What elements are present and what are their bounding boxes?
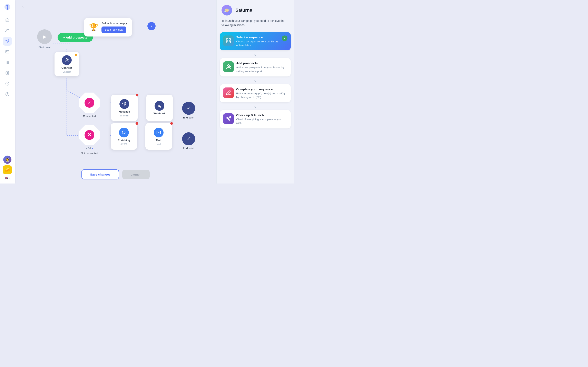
svg-point-1 (6, 29, 8, 31)
cheese-badge[interactable]: 🧀 (3, 165, 12, 174)
mission-card-complete-sequence[interactable]: Complete your sequence Edit your message… (220, 84, 291, 102)
mail-node[interactable]: Mail Mail (145, 123, 172, 150)
right-panel: 🪐 Saturne To launch your campaign you ne… (216, 0, 294, 184)
sidebar-item-mail[interactable] (3, 47, 12, 56)
mission-card-checkup-launch[interactable]: Check up & launch Check if everyhting is… (220, 110, 291, 128)
svg-rect-33 (226, 41, 228, 43)
svg-point-29 (122, 131, 125, 134)
mail-subtitle: Mail (156, 143, 161, 145)
user-avatar[interactable]: 👨‍🚀 (3, 156, 11, 164)
connected-node[interactable]: ✓ Connected (79, 92, 100, 118)
connect-title: Connect (61, 66, 72, 69)
not-connected-octagon: ✕ (79, 125, 100, 145)
save-changes-button[interactable]: Save changes (81, 169, 119, 179)
mission-icon-select-sequence (223, 35, 234, 46)
not-connected-x-icon: ✕ (85, 130, 94, 140)
action-on-reply-text: Set action on reply Set a reply goal (102, 22, 127, 33)
enriching-red-dot (136, 122, 138, 125)
end-circle-2[interactable]: ✓ (182, 132, 195, 145)
panel-description: To launch your campaign you need to achi… (217, 19, 294, 32)
sidebar-item-home[interactable] (3, 16, 12, 25)
connected-check-icon: ✓ (85, 98, 94, 108)
start-circle[interactable]: ▶ (37, 29, 52, 44)
message-red-dot (136, 94, 138, 96)
mission-check-select-sequence: ✓ (282, 35, 287, 41)
svg-point-26 (66, 58, 67, 60)
enriching-title: Enriching (118, 139, 130, 142)
svg-point-9 (6, 82, 9, 85)
message-node[interactable]: Message Linkedin (111, 95, 138, 121)
message-title: Message (119, 110, 130, 113)
message-subtitle: Linkedin (120, 114, 129, 117)
topbar: ‹ (15, 0, 216, 13)
svg-point-8 (7, 73, 8, 74)
sidebar-item-help[interactable] (3, 90, 12, 99)
timer-value: 3d (88, 147, 91, 150)
end-point-1: ✓ End point (182, 102, 195, 119)
mission-desc-select-sequence: Choose a sequence from our library of te… (236, 40, 279, 47)
panel-avatar: 🪐 (222, 5, 232, 16)
back-button[interactable]: ‹ (20, 3, 26, 10)
webhook-icon (155, 101, 164, 111)
enriching-subtitle: 0/2000 (121, 143, 127, 145)
mail-red-dot (170, 122, 173, 125)
message-node-wrap: Message Linkedin (111, 95, 138, 121)
mission-title-add-prospects: Add prospects (236, 61, 287, 65)
mission-title-checkup-launch: Check up & launch (236, 113, 287, 117)
mail-node-wrap: Mail Mail (145, 123, 172, 150)
mission-content-checkup-launch: Check up & launch Check if everyhting is… (236, 113, 287, 125)
mission-card-select-sequence[interactable]: Select a sequence Choose a sequence from… (220, 32, 291, 50)
panel-title: Saturne (235, 8, 252, 13)
sidebar-item-settings[interactable] (3, 68, 12, 77)
connect-orange-dot (75, 54, 77, 56)
sidebar-item-play[interactable] (3, 79, 12, 88)
not-connected-node[interactable]: ✕ − 3d + Not connected (79, 125, 100, 155)
launch-button[interactable]: Launch (122, 170, 149, 179)
end-label-2: End point (183, 147, 194, 150)
chevron-down-2: ∨ (217, 78, 294, 84)
connected-label: Connected (83, 115, 96, 118)
mission-icon-complete-sequence (223, 87, 234, 98)
enriching-node-wrap: Enriching 0/2000 (111, 123, 137, 150)
timer-add-btn[interactable]: + (92, 147, 93, 150)
start-point: ▶ Start point (37, 29, 52, 49)
webhook-node[interactable]: Webhook (146, 95, 173, 121)
enriching-node[interactable]: Enriching 0/2000 (111, 123, 137, 150)
connect-subtitle: Linkedin (63, 71, 71, 73)
connected-octagon: ✓ (79, 92, 100, 113)
mission-icon-add-prospects (223, 61, 234, 72)
mission-content-complete-sequence: Complete your sequence Edit your message… (236, 87, 287, 99)
action-on-reply-card: 🏆 Set action on reply Set a reply goal (84, 18, 132, 36)
timer-row: − 3d + (86, 147, 93, 150)
not-connected-label: Not connected (81, 152, 98, 155)
end-label-1: End point (183, 116, 194, 119)
sidebar-item-campaigns[interactable] (3, 37, 12, 46)
sidebar-item-list[interactable] (3, 58, 12, 67)
action-on-reply-title: Set action on reply (102, 22, 127, 25)
trophy-icon: 🏆 (89, 23, 98, 32)
timer-minus-btn[interactable]: − (86, 147, 87, 150)
mission-title-complete-sequence: Complete your sequence (236, 87, 287, 91)
mission-icon-checkup-launch (223, 113, 234, 124)
sidebar-item-team[interactable] (3, 26, 12, 35)
sidebar: 👨‍🚀 🧀 🇬🇧 ▾ (0, 0, 15, 184)
start-label: Start point (38, 46, 51, 49)
collapse-arrow-button[interactable]: › (147, 22, 156, 30)
mission-content-select-sequence: Select a sequence Choose a sequence from… (236, 35, 279, 47)
set-reply-goal-button[interactable]: Set a reply goal (102, 26, 126, 33)
panel-header: 🪐 Saturne (217, 0, 294, 19)
end-circle-1[interactable]: ✓ (182, 102, 195, 115)
mail-title: Mail (156, 139, 161, 142)
connect-node[interactable]: Connect Linkedin (54, 52, 79, 76)
language-selector[interactable]: 🇬🇧 ▾ (4, 176, 11, 180)
mail-icon (154, 128, 164, 137)
enriching-icon (119, 128, 129, 137)
mission-desc-complete-sequence: Edit your message(s), note(s) and mail(s… (236, 92, 287, 99)
workflow-canvas: 🏆 Set action on reply Set a reply goal › (15, 13, 216, 165)
mission-card-add-prospects[interactable]: Add prospects Add some prospects from yo… (220, 58, 291, 76)
mission-title-select-sequence: Select a sequence (236, 35, 279, 39)
message-icon (120, 99, 129, 109)
chevron-down-1: ∨ (217, 52, 294, 58)
svg-rect-32 (229, 39, 231, 40)
sidebar-bottom: 👨‍🚀 🧀 🇬🇧 ▾ (3, 156, 12, 180)
